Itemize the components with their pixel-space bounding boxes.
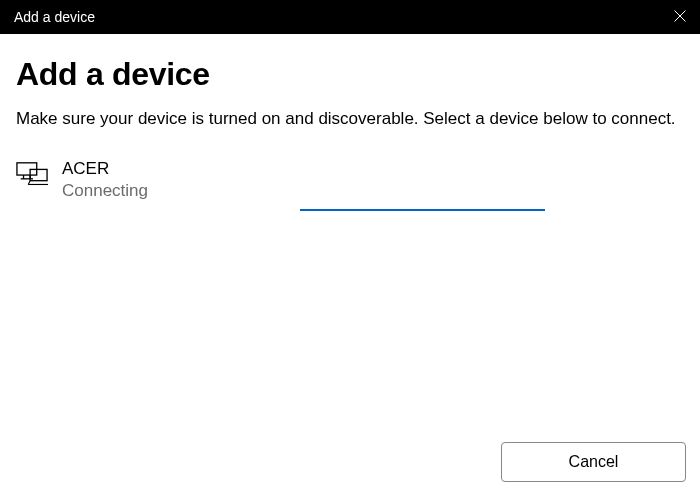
- device-computer-icon: [16, 161, 48, 191]
- device-status: Connecting: [62, 181, 684, 201]
- device-name: ACER: [62, 159, 684, 179]
- device-list-item[interactable]: ACER Connecting: [16, 159, 684, 211]
- progress-track: [2, 209, 545, 211]
- page-subtitle: Make sure your device is turned on and d…: [16, 107, 684, 131]
- content-area: Add a device Make sure your device is tu…: [0, 34, 700, 211]
- close-button[interactable]: [668, 5, 692, 29]
- footer: Cancel: [501, 442, 686, 482]
- progress-indicator: [300, 209, 545, 211]
- close-icon: [674, 8, 686, 26]
- cancel-button[interactable]: Cancel: [501, 442, 686, 482]
- device-info: ACER Connecting: [62, 159, 684, 211]
- titlebar-title: Add a device: [14, 9, 95, 25]
- page-heading: Add a device: [16, 56, 684, 93]
- titlebar: Add a device: [0, 0, 700, 34]
